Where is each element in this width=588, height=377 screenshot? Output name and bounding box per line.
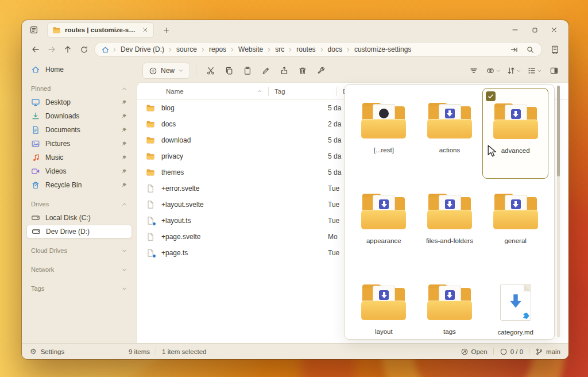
grid-item[interactable]: general <box>482 179 548 270</box>
paste-button[interactable] <box>239 63 256 79</box>
sidebar-section-network[interactable]: Network <box>26 263 132 276</box>
folder-icon <box>52 26 61 34</box>
breadcrumb[interactable]: Dev Drive (D:) source repos Website src … <box>94 42 542 57</box>
file-name: download <box>161 136 260 144</box>
chevron-right-icon <box>229 47 235 53</box>
sidebar-item-home[interactable]: Home <box>26 63 132 76</box>
breadcrumb-item[interactable]: source <box>173 45 200 53</box>
preview-pane-toggle[interactable] <box>546 63 563 79</box>
grid-item-label: actions <box>439 147 460 153</box>
refresh-button[interactable] <box>76 41 92 57</box>
pin-icon[interactable] <box>121 127 127 133</box>
rename-button[interactable] <box>257 63 274 79</box>
sidebar-item-desktop[interactable]: Desktop <box>26 95 132 109</box>
scrollbar[interactable] <box>557 86 560 337</box>
grid-item[interactable]: layout <box>351 270 417 340</box>
sidebar-item-dev-drive-d[interactable]: Dev Drive (D:) <box>26 225 132 238</box>
tab-list-icon[interactable] <box>26 23 41 37</box>
filter-button[interactable] <box>465 63 482 79</box>
sort-button[interactable] <box>504 63 524 79</box>
grid-item[interactable]: appearance <box>351 179 417 270</box>
chevron-right-icon <box>345 47 351 53</box>
sidebar-item-local-disk-c[interactable]: Local Disk (C:) <box>26 211 132 225</box>
close-button[interactable] <box>544 22 564 37</box>
sidebar-item-label: Videos <box>45 167 66 175</box>
sync-count: 0 / 0 <box>510 348 523 355</box>
sidebar-item-documents[interactable]: Documents <box>26 123 132 137</box>
sidebar-item-label: Recycle Bin <box>45 181 82 189</box>
typescript-file-icon <box>145 248 156 257</box>
go-to-end-icon[interactable] <box>507 43 521 56</box>
chevron-down-icon <box>121 267 127 273</box>
pin-icon[interactable] <box>121 168 127 175</box>
memory-icon[interactable] <box>547 41 563 57</box>
checkbox-checked[interactable] <box>486 91 496 101</box>
forward-button[interactable] <box>44 41 60 57</box>
grid-item-selected[interactable]: advanced <box>482 88 548 179</box>
sidebar-item-music[interactable]: Music <box>26 151 132 164</box>
file-icon <box>145 232 156 241</box>
share-button[interactable] <box>276 63 293 79</box>
pin-icon[interactable] <box>121 99 127 106</box>
grid-item-label: layout <box>375 328 393 335</box>
breadcrumb-item[interactable]: src <box>272 45 287 53</box>
tab-routes[interactable]: routes | customize-settings <box>47 22 154 38</box>
tab-close-icon[interactable] <box>142 26 149 33</box>
back-button[interactable] <box>28 41 44 57</box>
pin-icon[interactable] <box>121 182 127 188</box>
breadcrumb-item[interactable]: docs <box>325 45 345 53</box>
sidebar-section-tags[interactable]: Tags <box>26 282 132 295</box>
maximize-button[interactable] <box>525 22 544 37</box>
breadcrumb-item[interactable]: Dev Drive (D:) <box>118 45 167 53</box>
breadcrumb-item[interactable]: repos <box>206 45 229 53</box>
grid-item[interactable]: [...rest] <box>351 88 417 179</box>
column-header-tag[interactable]: Tag <box>269 88 336 95</box>
sidebar-item-recycle-bin[interactable]: Recycle Bin <box>26 178 132 192</box>
cut-button[interactable] <box>202 63 219 79</box>
monitor-icon <box>31 98 40 107</box>
sidebar-section-pinned[interactable]: Pinned <box>26 82 132 95</box>
search-icon[interactable] <box>523 43 537 56</box>
grid-item[interactable]: tags <box>417 270 483 340</box>
git-branch-button[interactable]: main <box>535 348 560 356</box>
section-label: Pinned <box>31 85 51 92</box>
view-options-button[interactable] <box>525 63 544 79</box>
tools-button[interactable] <box>312 63 330 79</box>
sync-status[interactable]: 0 / 0 <box>500 348 523 356</box>
sidebar-item-downloads[interactable]: Downloads <box>26 109 132 123</box>
pin-icon[interactable] <box>121 113 127 120</box>
content-area: Name Tag Dat blog 5 da <box>137 82 568 343</box>
home-icon[interactable] <box>99 45 111 54</box>
delete-button[interactable] <box>294 63 311 79</box>
scrollbar-thumb[interactable] <box>557 86 560 176</box>
breadcrumb-item[interactable]: customize-settings <box>351 45 414 53</box>
minimize-button[interactable] <box>505 22 525 37</box>
pin-icon[interactable] <box>121 141 127 147</box>
column-label: Name <box>166 88 184 95</box>
gear-icon: ⚙ <box>30 348 37 355</box>
pin-icon[interactable] <box>121 155 127 161</box>
sidebar-item-pictures[interactable]: Pictures <box>26 137 132 151</box>
grid-item[interactable]: actions <box>417 88 483 179</box>
new-tab-button[interactable] <box>158 23 173 37</box>
grid-item[interactable]: files-and-folders <box>417 179 483 270</box>
settings-button[interactable]: ⚙ Settings <box>30 348 129 355</box>
copy-button[interactable] <box>220 63 238 79</box>
grid-item[interactable]: category.md <box>482 270 548 340</box>
sidebar-section-drives[interactable]: Drives <box>26 197 132 211</box>
group-by-button[interactable] <box>483 63 503 79</box>
open-button[interactable]: Open <box>461 348 488 356</box>
sidebar-item-label: Documents <box>45 126 80 134</box>
breadcrumb-item[interactable]: routes <box>293 45 318 53</box>
section-label: Tags <box>31 285 44 292</box>
sidebar-item-videos[interactable]: Videos <box>26 164 132 178</box>
sidebar-section-cloud-drives[interactable]: Cloud Drives <box>26 244 132 257</box>
column-header-name[interactable]: Name <box>145 88 268 95</box>
file-icon <box>145 200 156 209</box>
chevron-right-icon <box>167 47 173 53</box>
breadcrumb-item[interactable]: Website <box>235 45 266 53</box>
new-button[interactable]: New <box>142 63 190 79</box>
up-button[interactable] <box>60 41 76 57</box>
sort-icon <box>506 66 516 75</box>
file-name: +layout.svelte <box>161 201 260 209</box>
